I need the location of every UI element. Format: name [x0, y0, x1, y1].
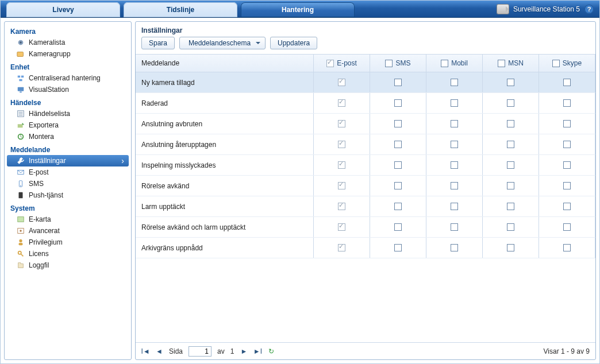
- header-checkbox-msn[interactable]: [498, 60, 505, 67]
- row-checkbox[interactable]: [451, 120, 458, 127]
- sidebar-item-loggfil[interactable]: Loggfil: [5, 260, 131, 271]
- row-checkbox[interactable]: [507, 244, 514, 251]
- row-checkbox[interactable]: [394, 182, 402, 189]
- row-checkbox[interactable]: [507, 182, 514, 189]
- sidebar-item-installningar[interactable]: Inställningar: [7, 155, 129, 166]
- table-row[interactable]: Anslutning avbruten: [136, 114, 595, 134]
- row-checkbox[interactable]: [394, 99, 402, 107]
- grid: Meddelande E-post SMS Mobil MSN Skype Ny…: [136, 54, 595, 342]
- sidebar-item-ekarta[interactable]: E-karta: [5, 214, 131, 225]
- table-row[interactable]: Rörelse avkänd: [136, 176, 595, 196]
- tab-hantering[interactable]: Hantering: [241, 2, 355, 17]
- row-checkbox[interactable]: [394, 244, 402, 251]
- pager-reload-icon[interactable]: ↻: [267, 347, 275, 355]
- sidebar-item-avancerat[interactable]: Avancerat: [5, 225, 131, 237]
- row-checkbox[interactable]: [507, 99, 514, 107]
- row-label: Rörelse avkänd: [141, 182, 189, 190]
- row-checkbox[interactable]: [507, 79, 514, 86]
- row-checkbox[interactable]: [507, 203, 514, 210]
- table-row[interactable]: Rörelse avkänd och larm upptäckt: [136, 217, 595, 238]
- table-row[interactable]: Anslutning återupptagen: [136, 134, 595, 155]
- sidebar-item-exportera[interactable]: Exportera: [5, 119, 131, 131]
- row-checkbox[interactable]: [394, 161, 402, 169]
- row-checkbox[interactable]: [507, 223, 514, 231]
- sidebar-item-epost[interactable]: E-post: [5, 166, 131, 178]
- header-checkbox-mobil[interactable]: [441, 60, 448, 67]
- row-checkbox[interactable]: [338, 161, 345, 169]
- col-msn[interactable]: MSN: [483, 55, 539, 72]
- table-row[interactable]: Ny kamera tillagd: [136, 72, 595, 93]
- row-checkbox[interactable]: [338, 182, 345, 189]
- sidebar-item-montera[interactable]: Montera: [5, 131, 131, 142]
- col-message[interactable]: Meddelande: [136, 55, 314, 72]
- row-checkbox[interactable]: [451, 99, 458, 107]
- row-checkbox[interactable]: [338, 99, 345, 107]
- pager-prev-icon[interactable]: ◄: [155, 347, 163, 355]
- row-checkbox[interactable]: [451, 79, 458, 86]
- row-checkbox[interactable]: [338, 79, 345, 86]
- header-checkbox-sms[interactable]: [385, 60, 393, 67]
- visualstation-icon: [16, 86, 25, 94]
- sidebar-item-privilegium[interactable]: Privilegium: [5, 237, 131, 248]
- row-checkbox[interactable]: [507, 141, 514, 148]
- row-checkbox[interactable]: [338, 120, 345, 127]
- pager-first-icon[interactable]: I◄: [141, 347, 149, 355]
- row-checkbox[interactable]: [563, 223, 571, 231]
- header-checkbox-skype[interactable]: [552, 60, 560, 67]
- row-checkbox[interactable]: [563, 120, 571, 127]
- row-checkbox[interactable]: [563, 99, 571, 107]
- row-checkbox[interactable]: [451, 141, 458, 148]
- col-mobil[interactable]: Mobil: [426, 55, 483, 72]
- col-skype[interactable]: Skype: [539, 55, 595, 72]
- sidebar-item-centralhantering[interactable]: Centraliserad hantering: [5, 72, 131, 84]
- row-checkbox[interactable]: [563, 203, 571, 210]
- row-checkbox[interactable]: [394, 141, 402, 148]
- svg-rect-12: [18, 124, 23, 127]
- save-button[interactable]: Spara: [141, 37, 175, 49]
- row-checkbox[interactable]: [394, 223, 402, 231]
- tab-tidslinje[interactable]: Tidslinje: [124, 2, 237, 17]
- help-icon[interactable]: ?: [584, 5, 594, 14]
- sidebar-item-kameralista[interactable]: Kameralista: [5, 37, 131, 48]
- sidebar-item-handelselista[interactable]: Händelselista: [5, 108, 131, 119]
- row-checkbox[interactable]: [563, 141, 571, 148]
- row-checkbox[interactable]: [451, 161, 458, 169]
- row-checkbox[interactable]: [338, 203, 345, 210]
- refresh-button[interactable]: Uppdatera: [270, 37, 317, 49]
- row-checkbox[interactable]: [563, 244, 571, 251]
- sidebar-item-kameragrupp[interactable]: Kameragrupp: [5, 48, 131, 60]
- table-row[interactable]: Arkivgräns uppnådd: [136, 238, 595, 258]
- schedule-dropdown[interactable]: Meddelandeschema: [179, 37, 266, 49]
- row-checkbox[interactable]: [507, 161, 514, 169]
- table-row[interactable]: Raderad: [136, 93, 595, 114]
- col-epost[interactable]: E-post: [314, 55, 370, 72]
- header-checkbox-epost[interactable]: [326, 60, 334, 67]
- sidebar-item-sms[interactable]: SMS: [5, 178, 131, 189]
- row-checkbox[interactable]: [338, 244, 345, 251]
- sidebar-item-push[interactable]: Push-tjänst: [5, 189, 131, 201]
- row-checkbox[interactable]: [563, 182, 571, 189]
- pager-next-icon[interactable]: ►: [240, 347, 248, 355]
- row-checkbox-cell: [483, 72, 539, 92]
- row-checkbox[interactable]: [451, 203, 458, 210]
- sidebar-item-visualstation[interactable]: VisualStation: [5, 84, 131, 95]
- row-checkbox[interactable]: [338, 141, 345, 148]
- tab-livevy[interactable]: Livevy: [6, 2, 120, 17]
- row-checkbox[interactable]: [451, 223, 458, 231]
- row-checkbox[interactable]: [451, 244, 458, 251]
- pager-page-input[interactable]: [189, 346, 211, 357]
- row-checkbox[interactable]: [338, 223, 345, 231]
- row-checkbox[interactable]: [563, 79, 571, 86]
- row-checkbox[interactable]: [394, 120, 402, 127]
- sidebar-item-licens[interactable]: Licens: [5, 248, 131, 260]
- table-row[interactable]: Larm upptäckt: [136, 196, 595, 217]
- central-management-icon: [16, 74, 25, 82]
- table-row[interactable]: Inspelning misslyckades: [136, 155, 595, 176]
- row-checkbox[interactable]: [394, 203, 402, 210]
- row-checkbox[interactable]: [507, 120, 514, 127]
- row-checkbox[interactable]: [563, 161, 571, 169]
- pager-last-icon[interactable]: ►I: [253, 347, 261, 355]
- row-checkbox[interactable]: [451, 182, 458, 189]
- col-sms[interactable]: SMS: [370, 55, 426, 72]
- row-checkbox[interactable]: [394, 79, 402, 86]
